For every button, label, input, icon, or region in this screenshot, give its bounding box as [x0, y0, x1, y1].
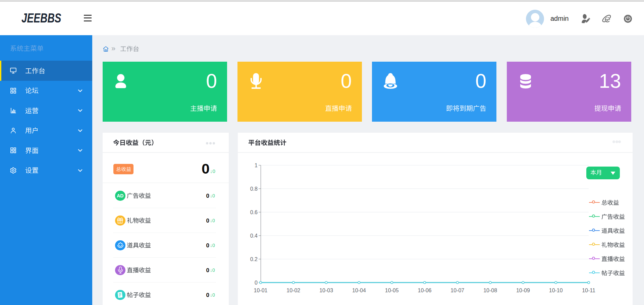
svg-text:10-10: 10-10 — [549, 288, 563, 293]
svg-text:0.4: 0.4 — [250, 233, 258, 239]
svg-text:10-08: 10-08 — [483, 288, 497, 293]
svg-text:10-01: 10-01 — [254, 288, 268, 293]
svg-text:10-03: 10-03 — [319, 288, 333, 293]
svg-text:0.2: 0.2 — [250, 256, 258, 262]
svg-text:0.6: 0.6 — [250, 209, 258, 215]
svg-text:10-09: 10-09 — [516, 288, 530, 293]
svg-text:10-04: 10-04 — [352, 288, 366, 293]
svg-text:0.8: 0.8 — [250, 186, 258, 192]
svg-text:10-02: 10-02 — [286, 288, 300, 293]
svg-text:0: 0 — [255, 280, 258, 286]
svg-text:10-11: 10-11 — [582, 288, 595, 293]
svg-text:10-05: 10-05 — [385, 288, 399, 293]
svg-text:10-06: 10-06 — [418, 288, 432, 293]
svg-text:10-07: 10-07 — [450, 288, 464, 293]
svg-text:1: 1 — [255, 163, 258, 168]
